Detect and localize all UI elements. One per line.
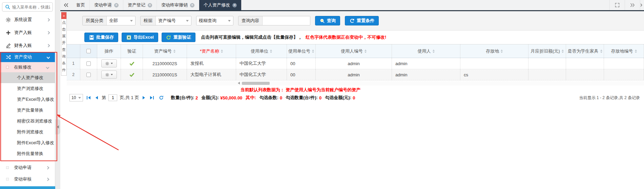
cell-monthly-dep[interactable] bbox=[528, 69, 566, 80]
cell-location[interactable]: cs bbox=[460, 69, 528, 80]
column-header[interactable]: 使用单位号 bbox=[287, 44, 316, 58]
sidebar-item[interactable]: 资产入账 bbox=[0, 26, 55, 39]
sidebar-item[interactable]: 附件批量替换 bbox=[0, 148, 55, 159]
tab[interactable]: 个人资产修改× bbox=[199, 0, 242, 10]
cell-user-no[interactable]: admin bbox=[316, 58, 392, 69]
cell-location-no[interactable] bbox=[604, 58, 644, 69]
sort-icon bbox=[221, 50, 223, 53]
sidebar-item[interactable]: 在账修改 bbox=[0, 62, 55, 72]
sidebar-collapse-handle[interactable] bbox=[55, 119, 60, 134]
table-row: 2211000001S大型电子计算机中国化工大学00adminadmincs bbox=[67, 69, 644, 80]
sidebar-item[interactable]: 变动申请 bbox=[0, 162, 55, 173]
match-mode-select[interactable]: 模糊查询 bbox=[196, 16, 233, 25]
stat-value: 0 bbox=[353, 95, 355, 100]
column-header[interactable]: 使用单位 bbox=[236, 44, 287, 58]
cell-student-furniture[interactable] bbox=[566, 69, 604, 80]
export-excel-button[interactable]: 导出Excel bbox=[122, 33, 158, 42]
cell-user-no[interactable]: admin bbox=[316, 69, 392, 80]
search-input[interactable] bbox=[12, 5, 50, 10]
chevron-right-icon bbox=[47, 18, 50, 21]
column-header[interactable]: 使用人编号 bbox=[316, 44, 392, 58]
cell-user[interactable]: admin bbox=[392, 69, 460, 80]
pagination-bar: 10 第 页,共 1 页 数量(台/件):2金额(元):¥50,000.00其中… bbox=[67, 93, 644, 102]
prev-page-button[interactable] bbox=[94, 96, 99, 99]
cell-asset-no[interactable]: 211000001S bbox=[143, 69, 187, 80]
next-page-button[interactable] bbox=[141, 96, 146, 99]
column-header[interactable]: 存放地 bbox=[460, 44, 528, 58]
sidebar-item[interactable]: 资产变动 bbox=[0, 52, 55, 62]
sidebar-item[interactable]: 附件浏览修改 bbox=[0, 127, 55, 137]
search-by-label: 根据 bbox=[141, 16, 156, 25]
column-header-label: 存放地 bbox=[486, 48, 499, 54]
sidebar-item[interactable]: 系统设置 bbox=[0, 13, 55, 26]
reload-icon[interactable] bbox=[158, 95, 165, 100]
column-header[interactable]: 资产编号 bbox=[143, 44, 187, 58]
sidebar-item[interactable]: 变动审核 bbox=[0, 173, 55, 185]
revalidate-button[interactable]: 重新验证 bbox=[162, 33, 195, 42]
last-page-button[interactable] bbox=[149, 96, 155, 99]
scrollbar-thumb[interactable] bbox=[242, 82, 270, 85]
column-header[interactable]: *资产名称 bbox=[187, 44, 236, 58]
search-button[interactable]: 查询 bbox=[315, 16, 340, 25]
page-size-select[interactable]: 10 bbox=[69, 94, 83, 101]
row-actions-button[interactable] bbox=[101, 59, 117, 68]
cell-asset-name[interactable]: 大型电子计算机 bbox=[187, 69, 236, 80]
sidebar-item[interactable]: 资产Excel导入修改 bbox=[0, 94, 55, 105]
page-number-input[interactable] bbox=[108, 94, 117, 101]
row-checkbox[interactable] bbox=[86, 61, 91, 66]
reset-conditions-button[interactable]: 重置条件 bbox=[345, 16, 379, 25]
more-icon[interactable] bbox=[640, 0, 644, 10]
cell-use-unit[interactable]: 中国化工大学 bbox=[236, 58, 287, 69]
batch-save-button[interactable]: 批量保存 bbox=[84, 33, 118, 42]
select-all-checkbox[interactable] bbox=[86, 49, 91, 53]
tab-close-icon[interactable]: × bbox=[232, 3, 237, 7]
expand-query-button[interactable]: » bbox=[61, 12, 66, 19]
category-filter-group: 所属分类 全部 bbox=[82, 16, 136, 25]
tab[interactable]: 变动申请× bbox=[90, 0, 123, 10]
sidebar-item[interactable]: 个人资产修改 bbox=[0, 72, 55, 83]
tab[interactable]: 变动终审撤销× bbox=[157, 0, 199, 10]
cell-asset-no[interactable]: 211000002S bbox=[143, 58, 187, 69]
tabs-scroll-left-icon[interactable] bbox=[60, 0, 72, 10]
tab-close-icon[interactable]: × bbox=[114, 3, 119, 7]
column-header[interactable]: 存放地编号 bbox=[604, 44, 644, 58]
bullet-icon bbox=[6, 166, 9, 169]
tab-close-icon[interactable]: × bbox=[148, 3, 152, 7]
fullscreen-icon[interactable] bbox=[609, 0, 625, 10]
horizontal-scrollbar[interactable] bbox=[67, 81, 644, 86]
cell-location-no[interactable] bbox=[604, 69, 644, 80]
first-page-button[interactable] bbox=[85, 96, 92, 99]
cell-location[interactable] bbox=[460, 58, 528, 69]
row-actions-button[interactable] bbox=[101, 71, 117, 79]
column-header[interactable]: 使用人 bbox=[392, 44, 460, 58]
sidebar-item[interactable]: 精密仪器浏览修改 bbox=[0, 116, 55, 127]
tab[interactable]: 首页 bbox=[72, 0, 90, 10]
tab-close-icon[interactable]: × bbox=[190, 3, 194, 7]
search-by-select[interactable]: 资产编号 bbox=[156, 16, 191, 25]
cell-asset-name[interactable]: 发报机 bbox=[187, 58, 236, 69]
cell-use-unit-no[interactable]: 00 bbox=[287, 69, 316, 80]
tab-label: 变动终审撤销 bbox=[161, 2, 188, 8]
cell-user[interactable]: admin bbox=[392, 58, 460, 69]
cell-use-unit[interactable]: 中国化工大学 bbox=[236, 69, 287, 80]
sidebar-item[interactable]: 资产浏览修改 bbox=[0, 83, 55, 94]
cell-monthly-dep[interactable] bbox=[528, 58, 566, 69]
forward-icon[interactable] bbox=[625, 0, 640, 10]
asset-grid: 操作验证资产编号*资产名称使用单位使用单位号使用人编号使用人存放地月应折旧额(元… bbox=[67, 44, 644, 80]
sidebar-item[interactable]: 附件Excel导入修改 bbox=[0, 137, 55, 148]
row-checkbox[interactable] bbox=[86, 73, 91, 77]
query-content-input[interactable] bbox=[263, 16, 310, 25]
category-select[interactable]: 全部 bbox=[107, 16, 135, 25]
plus-icon bbox=[5, 30, 11, 35]
chevron-right-icon bbox=[46, 177, 49, 181]
column-header[interactable]: 是否为学生家具 bbox=[566, 44, 604, 58]
scroll-left-icon[interactable] bbox=[238, 82, 240, 84]
search-by-filter-group: 根据 资产编号 bbox=[140, 16, 191, 25]
tab[interactable]: 资产登记× bbox=[123, 0, 157, 10]
cell-student-furniture[interactable] bbox=[566, 58, 604, 69]
sidebar-item[interactable]: 财务入账 bbox=[0, 39, 55, 52]
sidebar-item-partial[interactable] bbox=[0, 186, 55, 189]
column-header[interactable]: 月应折旧额(元) bbox=[528, 44, 566, 58]
sidebar-item[interactable]: 资产批量替换 bbox=[0, 105, 55, 116]
cell-use-unit-no[interactable]: 00 bbox=[287, 58, 316, 69]
